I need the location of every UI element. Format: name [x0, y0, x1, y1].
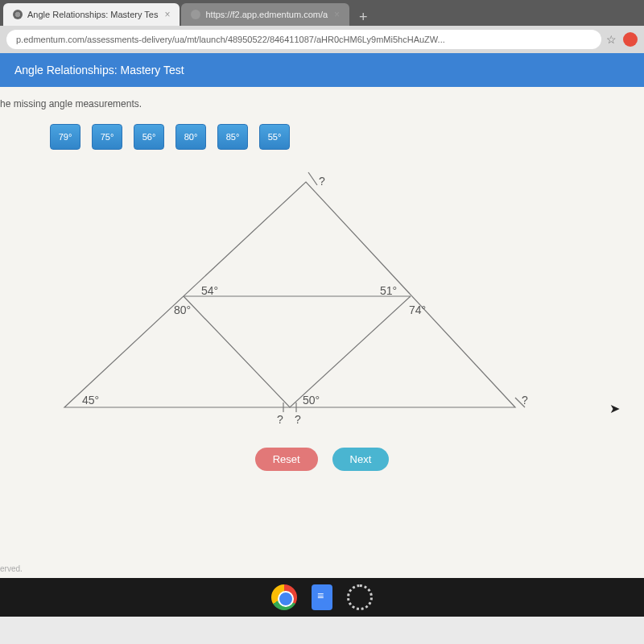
chrome-icon[interactable] [271, 584, 297, 610]
next-button[interactable]: Next [332, 448, 390, 471]
page-header: Angle Relationships: Mastery Test [0, 53, 644, 87]
angle-label: 74° [409, 303, 426, 316]
tab-label: Angle Relationships: Mastery Tes [27, 10, 158, 19]
angle-label: 54° [201, 284, 218, 297]
angle-label: ? [295, 413, 301, 426]
angle-tile[interactable]: 56° [134, 124, 164, 150]
angle-tile[interactable]: 85° [217, 124, 248, 150]
svg-line-3 [308, 172, 317, 185]
angle-tiles-row: 79° 75° 56° 80° 85° 55° [0, 124, 644, 150]
close-icon[interactable]: × [334, 9, 340, 20]
action-buttons: Reset Next [0, 448, 644, 471]
angle-label: 80° [174, 303, 191, 316]
instruction-text: he missing angle measurements. [0, 98, 644, 109]
page-title: Angle Relationships: Mastery Test [14, 64, 184, 76]
loading-icon [347, 584, 373, 610]
angle-label: ? [319, 175, 325, 188]
angle-label: 50° [303, 394, 320, 407]
content-area: he missing angle measurements. 79° 75° 5… [0, 87, 644, 578]
url-bar: p.edmentum.com/assessments-delivery/ua/m… [0, 26, 644, 53]
reset-button[interactable]: Reset [255, 448, 318, 471]
mouse-cursor-icon: ➤ [609, 401, 620, 416]
tab-favicon [191, 10, 200, 19]
tab-favicon [13, 10, 23, 19]
bookmark-icon[interactable]: ☆ [606, 33, 617, 46]
docs-icon[interactable] [312, 584, 332, 610]
tab-label: https://f2.app.edmentum.com/a [205, 10, 328, 19]
close-icon[interactable]: × [164, 9, 170, 20]
angle-tile[interactable]: 79° [50, 124, 80, 150]
browser-tabs-bar: Angle Relationships: Mastery Tes × https… [0, 0, 644, 26]
os-taskbar [0, 578, 644, 617]
angle-label: ? [522, 394, 528, 407]
tab-inactive[interactable]: https://f2.app.edmentum.com/a × [181, 3, 349, 26]
angle-label: 51° [380, 284, 397, 297]
triangle-diagram: ? 80° 54° 51° 74° 45° 50° ? ? ? [32, 166, 531, 431]
url-input[interactable]: p.edmentum.com/assessments-delivery/ua/m… [6, 30, 601, 49]
angle-tile[interactable]: 55° [259, 124, 290, 150]
angle-label: 45° [82, 394, 99, 407]
footer-text: erved. [0, 564, 23, 573]
tab-active[interactable]: Angle Relationships: Mastery Tes × [3, 3, 180, 26]
angle-tile[interactable]: 75° [92, 124, 122, 150]
new-tab-button[interactable]: + [351, 9, 376, 26]
url-text: p.edmentum.com/assessments-delivery/ua/m… [16, 35, 445, 44]
angle-tile[interactable]: 80° [175, 124, 206, 150]
extension-icon[interactable] [623, 32, 638, 47]
angle-label: ? [277, 413, 283, 426]
